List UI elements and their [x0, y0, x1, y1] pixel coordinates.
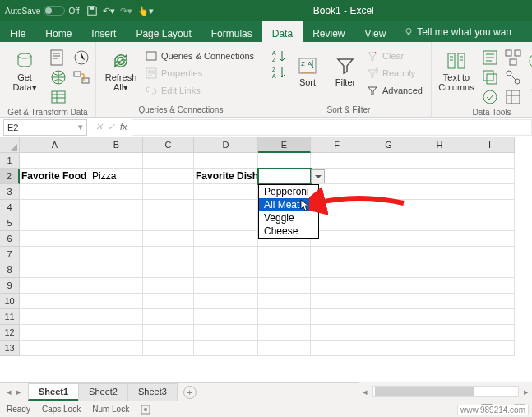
- cell[interactable]: [258, 247, 311, 262]
- tab-page-layout[interactable]: Page Layout: [126, 21, 201, 42]
- tab-formulas[interactable]: Formulas: [201, 21, 262, 42]
- cell[interactable]: [414, 341, 465, 356]
- cell[interactable]: [465, 184, 515, 200]
- what-if-button[interactable]: ? W An: [527, 45, 532, 98]
- cell[interactable]: [414, 200, 465, 215]
- cell[interactable]: [465, 200, 515, 215]
- data-model-icon[interactable]: [504, 88, 522, 106]
- row-header[interactable]: 11: [0, 309, 20, 325]
- horizontal-scrollbar[interactable]: ◂ ▸: [359, 382, 532, 401]
- row-header[interactable]: 7: [0, 247, 20, 262]
- cell[interactable]: [90, 184, 143, 200]
- cell[interactable]: [194, 309, 258, 325]
- sheet-nav-next-icon[interactable]: ▸: [16, 387, 21, 397]
- cell[interactable]: [363, 325, 414, 341]
- remove-duplicates-icon[interactable]: [481, 68, 499, 86]
- cell[interactable]: [20, 215, 90, 231]
- cell[interactable]: [90, 200, 143, 215]
- cell[interactable]: [90, 341, 143, 356]
- dropdown-item[interactable]: Cheese: [259, 225, 318, 238]
- row-header[interactable]: 2: [0, 169, 20, 184]
- properties-button[interactable]: Properties: [146, 66, 261, 81]
- cell[interactable]: [258, 278, 311, 294]
- data-validation-icon[interactable]: [481, 88, 499, 106]
- touch-mode-icon[interactable]: 👆▾: [137, 6, 154, 16]
- name-box[interactable]: E2 ▾: [3, 119, 87, 136]
- cell[interactable]: [465, 325, 515, 341]
- row-header[interactable]: 12: [0, 325, 20, 341]
- get-data-button[interactable]: Get Data▾: [5, 45, 44, 98]
- cell[interactable]: [414, 231, 465, 247]
- sheet-tab[interactable]: Sheet2: [78, 383, 128, 401]
- advanced-button[interactable]: Advanced: [367, 83, 426, 98]
- cell[interactable]: [258, 325, 311, 341]
- cell[interactable]: [465, 278, 515, 294]
- enter-formula-icon[interactable]: ✓: [108, 122, 115, 132]
- cell[interactable]: Favorite Dish: [194, 169, 258, 184]
- scroll-right-icon[interactable]: ▸: [520, 386, 532, 397]
- flash-fill-icon[interactable]: [481, 49, 499, 67]
- cell[interactable]: [20, 247, 90, 262]
- cell[interactable]: [414, 278, 465, 294]
- from-web-icon[interactable]: [49, 68, 67, 86]
- column-header[interactable]: B: [90, 137, 143, 153]
- row-header[interactable]: 1: [0, 153, 20, 169]
- relationships-icon[interactable]: [504, 68, 522, 86]
- cell[interactable]: [20, 325, 90, 341]
- tab-data[interactable]: Data: [262, 21, 303, 42]
- cell[interactable]: [194, 294, 258, 309]
- tab-view[interactable]: View: [355, 21, 396, 42]
- row-header[interactable]: 5: [0, 215, 20, 231]
- row-header[interactable]: 13: [0, 341, 20, 356]
- column-header[interactable]: H: [414, 137, 465, 153]
- from-table-icon[interactable]: [49, 88, 67, 106]
- cell[interactable]: [414, 215, 465, 231]
- cell[interactable]: [20, 309, 90, 325]
- column-header[interactable]: G: [363, 137, 414, 153]
- cell[interactable]: [194, 153, 258, 169]
- column-header[interactable]: I: [465, 137, 515, 153]
- cell[interactable]: [90, 278, 143, 294]
- cell[interactable]: [258, 262, 311, 278]
- queries-connections-button[interactable]: Queries & Connections: [146, 49, 261, 63]
- cell[interactable]: [143, 325, 194, 341]
- row-header[interactable]: 10: [0, 294, 20, 309]
- tab-insert[interactable]: Insert: [81, 21, 126, 42]
- from-text-icon[interactable]: [49, 49, 67, 67]
- cell[interactable]: [311, 325, 363, 341]
- cell[interactable]: [414, 262, 465, 278]
- fx-icon[interactable]: fx: [120, 122, 127, 132]
- cell[interactable]: [465, 215, 515, 231]
- cell[interactable]: [143, 184, 194, 200]
- cell[interactable]: [363, 247, 414, 262]
- row-header[interactable]: 3: [0, 184, 20, 200]
- cell[interactable]: [143, 262, 194, 278]
- row-header[interactable]: 6: [0, 231, 20, 247]
- cell[interactable]: [20, 341, 90, 356]
- cell[interactable]: [414, 247, 465, 262]
- cell[interactable]: [363, 231, 414, 247]
- column-header[interactable]: D: [194, 137, 258, 153]
- redo-icon[interactable]: ↷▾: [120, 6, 132, 16]
- cell[interactable]: [194, 215, 258, 231]
- cell[interactable]: [465, 231, 515, 247]
- cell[interactable]: [258, 153, 311, 169]
- autosave-toggle[interactable]: AutoSave Off: [5, 6, 80, 16]
- cell[interactable]: [311, 262, 363, 278]
- cell[interactable]: Favorite Food: [20, 169, 90, 184]
- cell[interactable]: [20, 153, 90, 169]
- cell[interactable]: [20, 200, 90, 215]
- cell[interactable]: [311, 294, 363, 309]
- cell[interactable]: [414, 184, 465, 200]
- cell[interactable]: [465, 309, 515, 325]
- cell[interactable]: [143, 247, 194, 262]
- cell[interactable]: [465, 341, 515, 356]
- dropdown-handle[interactable]: [311, 169, 325, 183]
- cell[interactable]: [143, 153, 194, 169]
- row-header[interactable]: 4: [0, 200, 20, 215]
- cell[interactable]: [90, 153, 143, 169]
- cell[interactable]: [20, 294, 90, 309]
- cell[interactable]: [143, 278, 194, 294]
- existing-connections-icon[interactable]: [72, 68, 90, 86]
- cell[interactable]: [143, 215, 194, 231]
